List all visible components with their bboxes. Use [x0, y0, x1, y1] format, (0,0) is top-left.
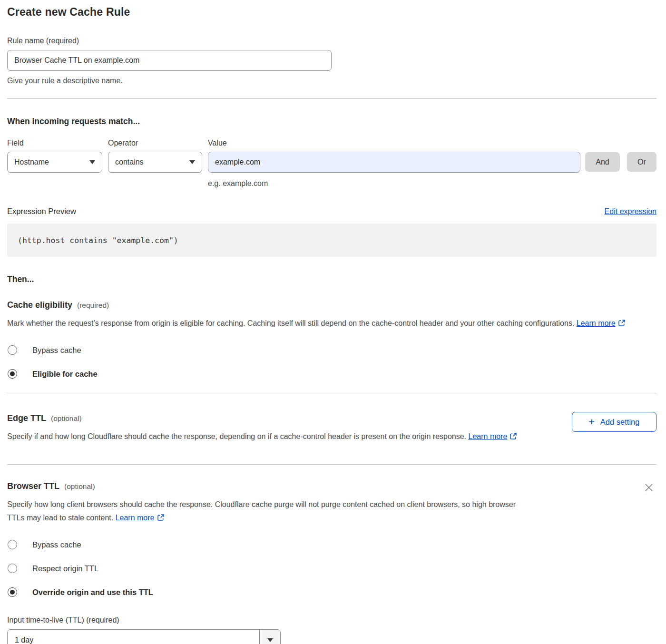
radio-label: Bypass cache — [32, 540, 81, 549]
match-column-labels: Field Operator Value — [7, 139, 656, 147]
ttl-select-caret-button[interactable] — [259, 630, 280, 644]
browser-ttl-optional-badge: (optional) — [64, 482, 95, 491]
ttl-input-label: Input time-to-live (TTL) (required) — [7, 616, 656, 624]
chevron-down-icon — [89, 160, 95, 164]
browser-ttl-section: Browser TTL (optional) Specify how long … — [7, 481, 656, 644]
edge-ttl-learn-more-link[interactable]: Learn more — [469, 432, 508, 440]
rule-name-help: Give your rule a descriptive name. — [7, 77, 656, 85]
value-hint: e.g. example.com — [208, 179, 580, 188]
external-link-icon — [157, 512, 165, 526]
operator-select-value: contains — [115, 158, 144, 166]
rule-name-input[interactable] — [7, 50, 332, 71]
edit-expression-link[interactable]: Edit expression — [605, 207, 656, 216]
expression-code-block: (http.host contains "example.com") — [7, 224, 656, 257]
value-input[interactable] — [208, 152, 580, 173]
radio-icon — [8, 540, 17, 549]
cache-eligibility-learn-more-link[interactable]: Learn more — [577, 319, 616, 327]
plus-icon: + — [589, 417, 595, 427]
section-divider — [7, 98, 656, 99]
field-select[interactable]: Hostname — [7, 152, 102, 173]
chevron-down-icon — [267, 638, 273, 642]
radio-icon — [8, 345, 17, 355]
value-label: Value — [208, 139, 227, 147]
value-column: e.g. example.com — [208, 152, 580, 188]
radio-selected-icon — [8, 369, 17, 379]
rule-name-label: Rule name (required) — [7, 37, 656, 45]
expression-header: Expression Preview Edit expression — [7, 207, 656, 216]
cache-eligibility-required-badge: (required) — [77, 301, 109, 310]
then-heading: Then... — [7, 274, 656, 284]
operator-select[interactable]: contains — [108, 152, 202, 173]
page-title: Create new Cache Rule — [7, 6, 656, 19]
create-cache-rule-form: Create new Cache Rule Rule name (require… — [0, 0, 666, 644]
edge-ttl-description: Specify if and how long Cloudflare shoul… — [7, 430, 530, 444]
edge-ttl-title: Edge TTL — [7, 413, 46, 423]
chevron-down-icon — [189, 160, 195, 164]
edge-ttl-header: Edge TTL (optional) — [7, 413, 656, 423]
radio-label: Override origin and use this TTL — [32, 588, 153, 597]
add-setting-button[interactable]: + Add setting — [572, 412, 656, 432]
section-divider — [7, 393, 656, 393]
browser-ttl-description: Specify how long client browsers should … — [7, 498, 526, 526]
add-setting-label: Add setting — [600, 418, 640, 427]
radio-eligible-for-cache[interactable]: Eligible for cache — [7, 369, 656, 379]
cache-eligibility-title: Cache eligibility — [7, 300, 72, 310]
ttl-select-value: 1 day — [8, 630, 259, 644]
radio-label: Bypass cache — [32, 346, 81, 355]
radio-label: Eligible for cache — [32, 370, 98, 379]
match-heading: When incoming requests match... — [7, 117, 656, 127]
field-select-value: Hostname — [14, 158, 49, 166]
cache-eligibility-description: Mark whether the request’s response from… — [7, 317, 647, 331]
or-button[interactable]: Or — [627, 152, 656, 172]
and-button[interactable]: And — [585, 152, 620, 172]
radio-browser-bypass-cache[interactable]: Bypass cache — [7, 540, 656, 549]
browser-ttl-header: Browser TTL (optional) — [7, 481, 656, 491]
radio-icon — [8, 564, 17, 573]
edge-ttl-optional-badge: (optional) — [51, 414, 82, 423]
external-link-icon — [618, 318, 626, 331]
expression-preview-label: Expression Preview — [7, 207, 76, 216]
radio-override-origin-ttl[interactable]: Override origin and use this TTL — [7, 587, 656, 597]
browser-ttl-description-text: Specify how long client browsers should … — [7, 500, 516, 522]
close-icon[interactable] — [643, 482, 655, 494]
radio-selected-icon — [8, 587, 17, 597]
edge-ttl-description-text: Specify if and how long Cloudflare shoul… — [7, 432, 466, 440]
radio-bypass-cache[interactable]: Bypass cache — [7, 345, 656, 355]
section-divider — [7, 464, 656, 465]
match-condition-row: Hostname contains e.g. example.com And O… — [7, 152, 656, 188]
cache-eligibility-header: Cache eligibility (required) — [7, 300, 656, 310]
ttl-select[interactable]: 1 day — [7, 629, 281, 644]
operator-label: Operator — [108, 139, 208, 147]
edge-ttl-section: + Add setting Edge TTL (optional) Specif… — [7, 413, 656, 444]
cache-eligibility-description-text: Mark whether the request’s response from… — [7, 319, 574, 327]
radio-label: Respect origin TTL — [32, 564, 98, 573]
browser-ttl-title: Browser TTL — [7, 481, 59, 491]
external-link-icon — [509, 431, 517, 444]
browser-ttl-learn-more-link[interactable]: Learn more — [116, 514, 155, 522]
radio-respect-origin-ttl[interactable]: Respect origin TTL — [7, 564, 656, 573]
cache-eligibility-section: Cache eligibility (required) Mark whethe… — [7, 300, 656, 379]
field-label: Field — [7, 139, 108, 147]
